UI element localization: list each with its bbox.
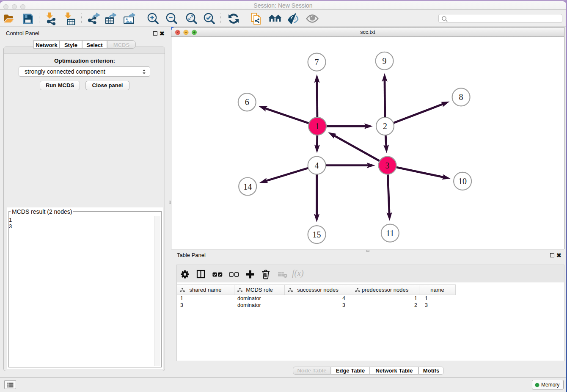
svg-text:11: 11 xyxy=(386,229,394,238)
svg-text:10: 10 xyxy=(458,177,467,186)
svg-text:2: 2 xyxy=(383,121,387,131)
svg-text:1: 1 xyxy=(315,121,319,131)
svg-text:4: 4 xyxy=(315,161,319,170)
svg-text:6: 6 xyxy=(245,97,249,107)
svg-text:9: 9 xyxy=(383,56,387,66)
svg-text:8: 8 xyxy=(459,92,463,102)
svg-text:3: 3 xyxy=(385,161,390,170)
svg-text:7: 7 xyxy=(315,58,319,67)
svg-text:14: 14 xyxy=(243,182,252,191)
svg-text:15: 15 xyxy=(313,230,321,239)
